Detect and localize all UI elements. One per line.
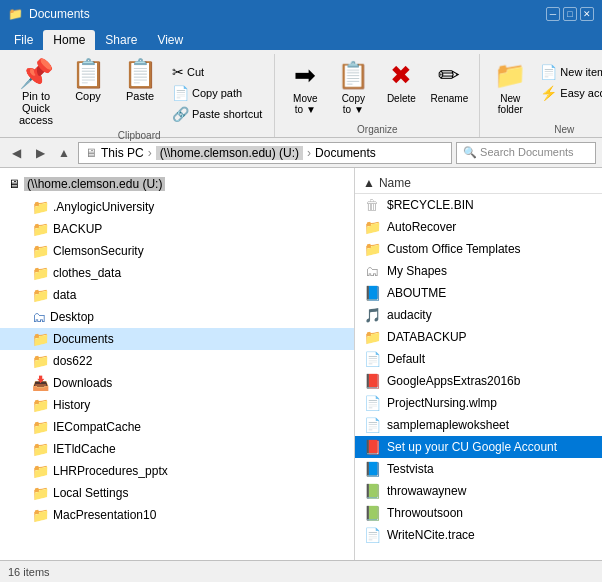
tree-item[interactable]: 📁IETldCache: [0, 438, 354, 460]
file-item[interactable]: 📄samplemaplewoksheet: [355, 414, 602, 436]
new-folder-button[interactable]: 📁 Newfolder: [488, 58, 532, 117]
tree-item-label: clothes_data: [53, 266, 121, 280]
easy-access-icon: ⚡: [540, 85, 557, 101]
tree-item[interactable]: 📥Downloads: [0, 372, 354, 394]
file-icon: 🗂: [363, 263, 381, 279]
paste-shortcut-icon: 🔗: [172, 106, 189, 122]
file-item[interactable]: 📄WriteNCite.trace: [355, 524, 602, 546]
tree-item-label: BACKUP: [53, 222, 102, 236]
copy-to-icon: 📋: [337, 60, 369, 91]
folder-icon: 📁: [32, 331, 49, 347]
copy-icon: 📋: [71, 60, 106, 88]
file-icon: 📄: [363, 351, 381, 367]
copy-path-button[interactable]: 📄 Copy path: [168, 83, 266, 103]
tree-item[interactable]: 📁IECompatCache: [0, 416, 354, 438]
tree-item[interactable]: 📁BACKUP: [0, 218, 354, 240]
file-item-label: DATABACKUP: [387, 330, 467, 344]
file-item-label: Set up your CU Google Account: [387, 440, 557, 454]
file-item-label: Custom Office Templates: [387, 242, 521, 256]
tab-home[interactable]: Home: [43, 30, 95, 50]
tree-item-label: IETldCache: [53, 442, 116, 456]
file-icon: 🎵: [363, 307, 381, 323]
clipboard-label: Clipboard: [12, 128, 266, 143]
move-to-button[interactable]: ➡ Moveto ▼: [283, 58, 327, 117]
up-button[interactable]: ▲: [54, 143, 74, 163]
tree-item[interactable]: 📁Local Settings: [0, 482, 354, 504]
tree-item-label: Desktop: [50, 310, 94, 324]
folder-icon: 📁: [32, 397, 49, 413]
tree-item[interactable]: 📁data: [0, 284, 354, 306]
folder-icon: 📁: [32, 441, 49, 457]
left-panel: 🖥 (\\home.clemson.edu (U:) 📁.AnylogicUni…: [0, 168, 355, 560]
maximize-button[interactable]: □: [563, 7, 577, 21]
file-item[interactable]: 🗂My Shapes: [355, 260, 602, 282]
tree-item-label: dos622: [53, 354, 92, 368]
file-item[interactable]: 📁DATABACKUP: [355, 326, 602, 348]
minimize-button[interactable]: ─: [546, 7, 560, 21]
folder-icon: 📁: [32, 265, 49, 281]
file-item-label: ABOUTME: [387, 286, 446, 300]
copy-button[interactable]: 📋 Copy: [64, 58, 112, 104]
tab-share[interactable]: Share: [95, 30, 147, 50]
file-item-label: AutoRecover: [387, 220, 456, 234]
address-path[interactable]: 🖥 This PC › (\\home.clemson.edu) (U:) › …: [78, 142, 452, 164]
file-item[interactable]: 📗Throwoutsoon: [355, 502, 602, 524]
rename-button[interactable]: ✏ Rename: [427, 58, 471, 106]
tree-item[interactable]: 📁History: [0, 394, 354, 416]
tree-item[interactable]: 📁LHRProcedures_pptx: [0, 460, 354, 482]
tree-item[interactable]: 📁MacPresentation10: [0, 504, 354, 526]
file-icon: 📁: [363, 219, 381, 235]
file-icon: 📄: [363, 417, 381, 433]
file-item-label: Default: [387, 352, 425, 366]
file-item[interactable]: 📄Default: [355, 348, 602, 370]
paste-shortcut-button[interactable]: 🔗 Paste shortcut: [168, 104, 266, 124]
file-item[interactable]: 📕Set up your CU Google Account: [355, 436, 602, 458]
root-icon: 🖥: [8, 177, 20, 191]
tree-item[interactable]: 📁.AnylogicUniversity: [0, 196, 354, 218]
delete-icon: ✖: [390, 60, 412, 91]
tree-item[interactable]: 📁dos622: [0, 350, 354, 372]
tree-item-label: History: [53, 398, 90, 412]
tree-item-label: .AnylogicUniversity: [53, 200, 154, 214]
file-item[interactable]: 📘Testvista: [355, 458, 602, 480]
new-item-button[interactable]: 📄 New item ▼: [536, 62, 602, 82]
tree-root[interactable]: 🖥 (\\home.clemson.edu (U:): [0, 172, 354, 196]
folder-icon: 📁: [32, 485, 49, 501]
tree-item[interactable]: 🗂Desktop: [0, 306, 354, 328]
tab-file[interactable]: File: [4, 30, 43, 50]
paste-button[interactable]: 📋 Paste: [116, 58, 164, 104]
file-item[interactable]: 🎵audacity: [355, 304, 602, 326]
file-item[interactable]: 📁AutoRecover: [355, 216, 602, 238]
tree-item[interactable]: 📁ClemsonSecurity: [0, 240, 354, 262]
file-item-label: Throwoutsoon: [387, 506, 463, 520]
name-column-header: Name: [379, 176, 411, 190]
copy-to-button[interactable]: 📋 Copyto ▼: [331, 58, 375, 117]
pin-to-quick-access-button[interactable]: 📌 Pin to Quickaccess: [12, 58, 60, 128]
new-label: New: [488, 122, 602, 137]
tree-item-label: data: [53, 288, 76, 302]
sort-up-icon: ▲: [363, 176, 375, 190]
search-input[interactable]: 🔍 Search Documents: [456, 142, 596, 164]
folder-icon: 📁: [32, 463, 49, 479]
file-item[interactable]: 📘ABOUTME: [355, 282, 602, 304]
file-item[interactable]: 📗throwawaynew: [355, 480, 602, 502]
easy-access-button[interactable]: ⚡ Easy access ▼: [536, 83, 602, 103]
file-item[interactable]: 🗑$RECYCLE.BIN: [355, 194, 602, 216]
file-item[interactable]: 📁Custom Office Templates: [355, 238, 602, 260]
tree-item[interactable]: 📁clothes_data: [0, 262, 354, 284]
file-item-label: samplemaplewoksheet: [387, 418, 509, 432]
tree-item[interactable]: 📁Documents: [0, 328, 354, 350]
file-icon: 📕: [363, 439, 381, 455]
cut-button[interactable]: ✂ Cut: [168, 62, 266, 82]
file-item[interactable]: 📕GoogleAppsExtras2016b: [355, 370, 602, 392]
delete-button[interactable]: ✖ Delete: [379, 58, 423, 106]
file-item[interactable]: 📄ProjectNursing.wlmp: [355, 392, 602, 414]
folder-icon: 📁: [32, 287, 49, 303]
forward-button[interactable]: ▶: [30, 143, 50, 163]
file-list-header[interactable]: ▲ Name: [355, 172, 602, 194]
file-item-label: My Shapes: [387, 264, 447, 278]
file-icon: 📁: [363, 329, 381, 345]
tab-view[interactable]: View: [147, 30, 193, 50]
back-button[interactable]: ◀: [6, 143, 26, 163]
close-button[interactable]: ✕: [580, 7, 594, 21]
